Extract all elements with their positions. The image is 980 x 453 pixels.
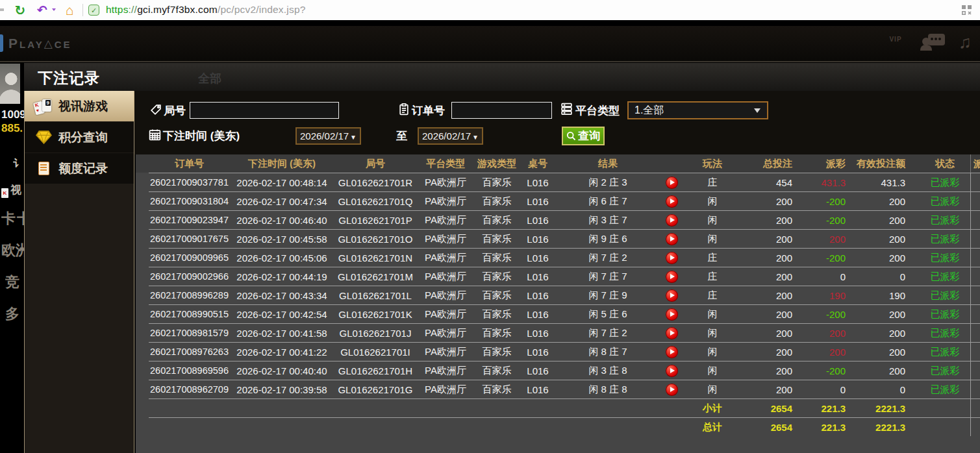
replay-button[interactable]	[660, 289, 683, 302]
cell-game-no: GL0162621701K	[334, 309, 417, 320]
cell-play: 闲	[683, 327, 742, 339]
background-hall-jing: 竞	[5, 273, 19, 292]
replay-button[interactable]	[660, 251, 683, 264]
cell-play: 庄	[683, 177, 742, 189]
platform-type-select[interactable]: 1.全部	[627, 101, 768, 119]
sidebar-item-video-games[interactable]: K♥9 视讯游戏	[25, 91, 134, 121]
customer-service-icon[interactable]	[920, 32, 946, 55]
order-no-input[interactable]	[451, 102, 552, 119]
table-row: 2602170090239472026-02-17 00:46:40GL0162…	[149, 210, 980, 229]
date-from-picker[interactable]: 2026/02/17▼	[295, 127, 361, 145]
clipped-cell	[970, 267, 980, 286]
col-play: 玩法	[683, 158, 742, 170]
search-icon	[566, 131, 576, 141]
cell-bet-time: 2026-02-17 00:47:34	[230, 196, 334, 207]
cell-result: 闲 7 庄 2	[556, 327, 660, 339]
cell-status: 已派彩	[920, 271, 970, 283]
playace-logo[interactable]: Play△ce	[8, 36, 72, 51]
vip-button[interactable]: VIP	[881, 32, 910, 44]
replay-button[interactable]	[660, 308, 683, 321]
replay-button[interactable]	[660, 364, 683, 377]
cell-game-type: 百家乐	[474, 365, 520, 377]
security-shield-icon[interactable]: ✓	[88, 5, 99, 16]
home-icon[interactable]: ⌂	[61, 0, 78, 20]
cell-play: 闲	[683, 233, 742, 245]
cell-platform: PA欧洲厅	[417, 384, 474, 396]
col-platform: 平台类型	[417, 158, 474, 170]
table-row: 2602170090029662026-02-17 00:44:19GL0162…	[149, 267, 980, 286]
play-icon	[666, 308, 678, 321]
cell-table-no: L016	[520, 215, 556, 226]
date-to-picker[interactable]: 2026/02/17▼	[418, 127, 483, 145]
replay-button[interactable]	[660, 270, 683, 283]
cell-status: 已派彩	[920, 252, 970, 264]
cell-platform: PA欧洲厅	[417, 252, 474, 264]
dialog-sidebar: K♥9 视讯游戏 积分查询 额度记录 Fram 总人数 70	[24, 91, 134, 453]
replay-button[interactable]	[660, 326, 683, 339]
cell-game-type: 百家乐	[474, 214, 520, 226]
cell-valid-bet: 200	[851, 196, 920, 207]
summary-valid-bet: 2221.3	[851, 422, 920, 433]
vip-label: VIP	[889, 36, 901, 43]
sidebar-item-points-query[interactable]: 积分查询	[25, 122, 134, 153]
dialog-content: 局号 订单号 平台类型 1.全部 下注时	[134, 91, 980, 453]
toolbar-divider	[82, 4, 83, 16]
cell-game-no: GL0162621701G	[334, 384, 417, 395]
clipped-cell	[970, 418, 980, 436]
game-no-label: 局号	[164, 103, 186, 118]
undo-icon[interactable]: ↶	[34, 0, 51, 20]
replay-button[interactable]	[660, 232, 683, 245]
cell-order-no: 260217008990515	[149, 309, 230, 319]
cell-game-no: GL0162621701P	[334, 215, 417, 226]
summary-row: 小计2654221.32221.3	[149, 398, 980, 417]
cell-total-bet: 200	[742, 347, 798, 358]
replay-button[interactable]	[660, 176, 683, 189]
cell-game-no: GL0162621701Q	[334, 196, 417, 207]
clipped-cell	[970, 230, 980, 248]
cell-bet-time: 2026-02-17 00:45:58	[230, 234, 334, 245]
undo-dropdown-caret[interactable]	[52, 8, 56, 11]
cell-order-no: 260217008996289	[149, 290, 230, 300]
cell-result: 闲 8 庄 8	[556, 384, 660, 396]
search-button[interactable]: 查询	[562, 127, 605, 145]
cell-bet-time: 2026-02-17 00:44:19	[230, 271, 334, 282]
sidebar-item-credit-records[interactable]: 额度记录	[25, 153, 134, 184]
clipboard-icon	[398, 103, 410, 118]
music-icon[interactable]: ♫	[955, 32, 975, 52]
replay-button[interactable]	[660, 195, 683, 208]
game-no-input[interactable]	[190, 102, 339, 119]
cell-payout: -200	[798, 252, 851, 263]
calendar-icon	[149, 129, 161, 143]
reload-icon[interactable]: ↻	[12, 0, 29, 20]
play-icon	[666, 195, 678, 208]
apps-grid-icon[interactable]	[962, 5, 972, 18]
clipped-cell	[970, 343, 980, 361]
cell-platform: PA欧洲厅	[417, 271, 474, 283]
background-video-game-fragment: K视	[1, 182, 21, 198]
cell-status: 已派彩	[920, 214, 970, 226]
col-total-bet: 总投注	[742, 158, 798, 170]
date-from-value: 2026/02/17	[300, 130, 349, 141]
speech-bubble-icon	[928, 34, 945, 45]
clipped-cell	[970, 192, 980, 210]
chevron-down-icon	[754, 108, 760, 113]
cell-status: 已派彩	[920, 327, 970, 339]
replay-button[interactable]	[660, 383, 683, 396]
cell-game-type: 百家乐	[474, 327, 520, 339]
background-gold-balance-text: 885.	[1, 122, 23, 135]
cell-table-no: L016	[520, 384, 556, 395]
background-tab-fragment: 全部	[198, 71, 221, 86]
summary-payout: 221.3	[798, 422, 851, 433]
replay-button[interactable]	[660, 214, 683, 226]
dialog-title-bar: 下注记录 全部	[24, 63, 980, 91]
cell-valid-bet: 200	[851, 347, 920, 358]
cell-bet-time: 2026-02-17 00:43:34	[230, 290, 334, 301]
cell-game-type: 百家乐	[474, 346, 520, 358]
cell-order-no: 260217008976263	[149, 347, 230, 357]
cell-play: 闲	[683, 384, 742, 396]
table-row: 2602170089627092026-02-17 00:39:58GL0162…	[149, 380, 980, 398]
replay-button[interactable]	[660, 345, 683, 358]
background-balance-text: 1009	[1, 108, 26, 121]
address-bar[interactable]: https://gci.myf7f3bx.com/pc/pcv2/index.j…	[106, 4, 306, 16]
background-hall-duo: 多	[5, 304, 19, 324]
